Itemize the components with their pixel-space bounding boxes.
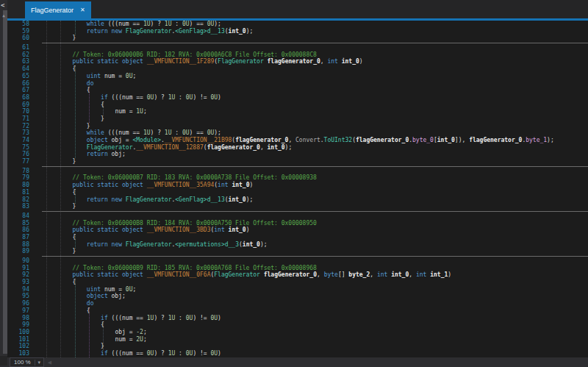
chevron-left-icon[interactable]: < — [1, 0, 7, 10]
code-line[interactable]: 92public static object __VMFUNCTION__0F6… — [7, 271, 588, 279]
line-number: 92 — [7, 271, 29, 279]
horizontal-scrollbar-track[interactable] — [51, 357, 588, 367]
chevron-down-icon[interactable]: ▾ — [35, 360, 43, 366]
code-text — [29, 257, 44, 265]
line-number: 83 — [7, 203, 29, 210]
code-line[interactable]: 97{ — [7, 307, 588, 315]
code-line[interactable]: 59return new FlagGenerator.<GenFlag>d__1… — [7, 28, 588, 35]
line-number: 93 — [7, 279, 29, 286]
code-text: object obj; — [29, 293, 126, 300]
code-line[interactable]: 83} — [7, 203, 588, 210]
code-line[interactable]: 73while (((num == 1U) ? 1U : 0U) == 0U); — [7, 129, 588, 137]
code-line[interactable]: 82return new FlagGenerator.<GenFlag>d__1… — [7, 196, 588, 204]
code-line[interactable]: 79// Token: 0x060000B7 RID: 183 RVA: 0x0… — [7, 174, 588, 182]
code-line[interactable]: 58while (((num == 1U) ? 1U : 0U) == 0U); — [7, 21, 588, 28]
line-number: 60 — [7, 35, 29, 42]
line-number: 71 — [7, 115, 29, 123]
code-line[interactable]: 102} — [7, 343, 588, 350]
line-number: 77 — [7, 158, 29, 165]
code-line[interactable]: 85// Token: 0x060000B8 RID: 184 RVA: 0x0… — [7, 220, 588, 227]
code-line[interactable]: 99{ — [7, 321, 588, 329]
line-number: 79 — [7, 174, 29, 182]
code-text: { — [29, 307, 90, 315]
code-text: while (((num == 1U) ? 1U : 0U) == 0U); — [29, 129, 221, 137]
code-text: if (((num == 0U) ? 1U : 0U) != 0U) — [29, 350, 221, 357]
scroll-up-icon[interactable]: ▲ — [0, 12, 7, 19]
code-line[interactable]: 84 — [7, 213, 588, 220]
code-editor[interactable]: 58while (((num == 1U) ? 1U : 0U) == 0U);… — [7, 21, 588, 357]
code-line[interactable]: 100obj = -2; — [7, 329, 588, 336]
code-line[interactable]: 65uint num = 0U; — [7, 73, 588, 80]
member-separator — [7, 255, 588, 257]
code-line[interactable]: 74object obj = <Module>.__VMFUNCTION__21… — [7, 137, 588, 144]
line-number: 74 — [7, 137, 29, 144]
code-text: } — [29, 248, 76, 255]
code-line[interactable]: 88return new FlagGenerator.<permutations… — [7, 241, 588, 249]
code-line[interactable]: 68if (((num == 0U) ? 1U : 0U) != 0U) — [7, 94, 588, 101]
code-text: { — [29, 101, 104, 109]
line-number: 100 — [7, 329, 29, 336]
line-number: 91 — [7, 265, 29, 272]
code-text: { — [29, 65, 76, 73]
code-line[interactable]: 61 — [7, 44, 588, 51]
line-number: 90 — [7, 257, 29, 265]
decompiler-window: < ▲ FlagGenerator ✕ 58while (((num == 1U… — [0, 0, 588, 367]
line-number: 89 — [7, 248, 29, 255]
code-line[interactable]: 63public static object __VMFUNCTION__1F2… — [7, 58, 588, 65]
code-text: if (((num == 1U) ? 1U : 0U) != 0U) — [29, 315, 221, 322]
code-text: // Token: 0x060000B7 RID: 183 RVA: 0x000… — [29, 174, 317, 182]
line-number: 65 — [7, 73, 29, 80]
line-number: 88 — [7, 241, 29, 249]
code-text: } — [29, 343, 104, 350]
line-number: 103 — [7, 350, 29, 357]
line-number: 102 — [7, 343, 29, 350]
code-line[interactable]: 78 — [7, 168, 588, 175]
line-number: 67 — [7, 87, 29, 94]
code-line[interactable]: 69{ — [7, 101, 588, 109]
code-text: { — [29, 189, 76, 196]
member-separator — [7, 210, 588, 213]
code-line[interactable]: 77} — [7, 158, 588, 165]
code-text: num = 2U; — [29, 336, 147, 343]
code-lines: 58while (((num == 1U) ? 1U : 0U) == 0U);… — [7, 21, 588, 357]
left-panel-scrollbar[interactable]: < ▲ — [0, 0, 7, 367]
code-line[interactable]: 60} — [7, 35, 588, 42]
code-line[interactable]: 90 — [7, 257, 588, 265]
code-line[interactable]: 66do — [7, 80, 588, 88]
code-line[interactable]: 67{ — [7, 87, 588, 94]
code-line[interactable]: 91// Token: 0x060000B9 RID: 185 RVA: 0x0… — [7, 265, 588, 272]
code-line[interactable]: 96do — [7, 300, 588, 307]
tab-flaggenerator[interactable]: FlagGenerator ✕ — [25, 1, 91, 18]
code-text: // Token: 0x060000B6 RID: 182 RVA: 0x000… — [29, 51, 317, 59]
code-line[interactable]: 72} — [7, 123, 588, 130]
code-line[interactable]: 76return obj; — [7, 151, 588, 158]
code-text: public static object __VMFUNCTION__3BD3(… — [29, 227, 249, 234]
line-number: 82 — [7, 196, 29, 204]
code-line[interactable]: 62// Token: 0x060000B6 RID: 182 RVA: 0x0… — [7, 51, 588, 59]
code-line[interactable]: 80public static object __VMFUNCTION__35A… — [7, 182, 588, 189]
code-line[interactable]: 101num = 2U; — [7, 336, 588, 343]
code-line[interactable]: 103if (((num == 0U) ? 1U : 0U) != 0U) — [7, 350, 588, 357]
code-text: return obj; — [29, 151, 126, 158]
code-line[interactable]: 87{ — [7, 234, 588, 241]
code-line[interactable]: 64{ — [7, 65, 588, 73]
line-number: 94 — [7, 286, 29, 293]
code-line[interactable]: 70num = 1U; — [7, 108, 588, 115]
code-line[interactable]: 95object obj; — [7, 293, 588, 300]
tab-strip: FlagGenerator ✕ — [7, 0, 588, 18]
code-text: { — [29, 87, 90, 94]
member-separator — [7, 42, 588, 44]
code-line[interactable]: 71} — [7, 115, 588, 123]
code-line[interactable]: 81{ — [7, 189, 588, 196]
code-line[interactable]: 94uint num = 0U; — [7, 286, 588, 293]
code-line[interactable]: 75FlagGenerator.__VMFUNCTION__12887(flag… — [7, 144, 588, 152]
zoom-level-combobox[interactable]: 100 % ▾ — [10, 357, 44, 367]
line-number: 63 — [7, 58, 29, 65]
close-icon[interactable]: ✕ — [80, 7, 85, 13]
code-line[interactable]: 93{ — [7, 279, 588, 286]
code-line[interactable]: 98if (((num == 1U) ? 1U : 0U) != 0U) — [7, 315, 588, 322]
line-number: 80 — [7, 182, 29, 189]
code-text: { — [29, 234, 76, 241]
code-line[interactable]: 86public static object __VMFUNCTION__3BD… — [7, 227, 588, 234]
code-line[interactable]: 89} — [7, 248, 588, 255]
